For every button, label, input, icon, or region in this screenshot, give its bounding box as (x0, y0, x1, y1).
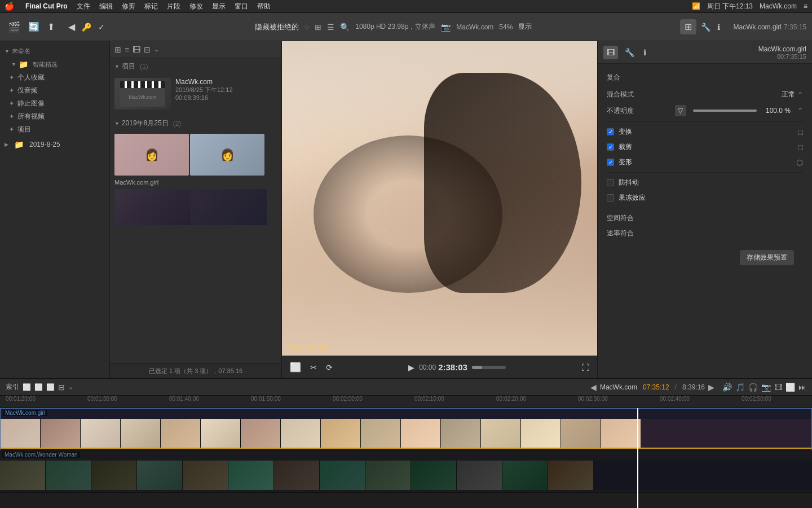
audio-waveform-icon[interactable]: 🔊 (722, 383, 732, 392)
preview-speed-btn[interactable]: ⟳ (324, 363, 335, 372)
frame-g14 (521, 419, 561, 448)
timeline-prev-btn[interactable]: ◀ (590, 383, 597, 392)
toolbar-inspector-toggle[interactable]: ⊞ (680, 19, 696, 34)
separator-2 (607, 172, 803, 173)
inspector-opacity-value[interactable]: 100.0 % (766, 107, 791, 115)
toolbar-filename: MacWk.com.girl (734, 23, 782, 31)
timeline-index-label[interactable]: 索引 (6, 382, 19, 392)
sidebar-smart-label: 智能精选 (33, 60, 58, 69)
headphone-icon[interactable]: 🎧 (748, 383, 758, 392)
menubar-menu-icon[interactable]: ≡ (804, 2, 807, 10)
menu-modify[interactable]: 修改 (189, 2, 203, 11)
toolbar-filter-title[interactable]: 隐藏被拒绝的 (255, 22, 299, 32)
stabilize-checkbox[interactable] (607, 179, 614, 186)
browser-sort-icon[interactable]: ⊟ (144, 45, 151, 54)
preview-play-btn[interactable]: ▶ (406, 363, 417, 372)
track-girl-content[interactable] (1, 419, 811, 448)
timeline-end-icon[interactable]: ⏭ (798, 383, 806, 392)
toolbar-sync-btn[interactable]: 🔄 (26, 19, 42, 34)
browser-section-date[interactable]: ▼ 2019年8月25日 (2) (110, 115, 281, 132)
sidebar-root[interactable]: ▼ 未命名 (0, 45, 109, 58)
browser-grid-icon[interactable]: ⊞ (114, 45, 121, 54)
clip-icon[interactable]: 🎞 (774, 383, 782, 392)
thumb-wide-l (114, 189, 191, 225)
opacity-chevron-icon[interactable]: ⌃ (797, 107, 803, 115)
chevron-down-small-icon[interactable]: ⌄ (68, 383, 73, 391)
toolbar-key-btn[interactable]: 🔑 (80, 20, 94, 34)
apple-menu[interactable]: 🍎 (5, 2, 14, 11)
menu-finalcut[interactable]: Final Cut Pro (25, 2, 68, 10)
video-cam-icon[interactable]: 📷 (761, 383, 771, 392)
menu-help[interactable]: 帮助 (257, 2, 271, 11)
distort-checkbox[interactable]: ✓ (607, 159, 614, 166)
toolbar-list-icon[interactable]: ☰ (327, 23, 334, 32)
sidebar-item-video[interactable]: ✦ 所有视频 (0, 110, 109, 123)
sidebar-item-images[interactable]: ✦ 静止图像 (0, 97, 109, 110)
inspector-info-icon[interactable]: ℹ (641, 46, 648, 59)
sidebar-label-audio: 仅音频 (17, 86, 38, 95)
browser-list-icon[interactable]: ≡ (125, 45, 129, 54)
track-wonder-content[interactable] (0, 461, 812, 490)
preview-video[interactable]: Reon Kurosaki (282, 41, 597, 356)
toolbar-badge-btn[interactable]: ⬆ (45, 19, 57, 34)
sidebar-label-video: 所有视频 (17, 112, 45, 121)
preview-transform-btn[interactable]: ✂ (308, 363, 319, 372)
chevron-up-icon[interactable]: ⌃ (797, 91, 803, 99)
thumb-girl2[interactable]: 👩 (190, 134, 264, 176)
inspector-filter-icon[interactable]: 🔧 (623, 46, 637, 59)
toolbar-library-btn[interactable]: 🎬 (6, 19, 23, 36)
sidebar-item-projects[interactable]: ✦ 项目 (0, 123, 109, 136)
save-effect-btn[interactable]: 存储效果预置 (740, 250, 794, 265)
toolbar-info-icon[interactable]: ℹ (715, 20, 722, 34)
sidebar-smart-group[interactable]: ▼ 📁 智能精选 (0, 58, 109, 71)
browser-thumbs-row1: 👩 👩 (110, 132, 281, 178)
toolbar-search-icon[interactable]: 🔍 (340, 23, 350, 32)
timeline-clip-icon2[interactable]: ⬜ (785, 383, 795, 392)
toolbar-back-btn[interactable]: ◀ (66, 19, 77, 34)
toolbar-check-btn[interactable]: ✓ (96, 20, 107, 34)
browser-chevron-icon[interactable]: ⌄ (154, 46, 159, 53)
menu-clip[interactable]: 片段 (167, 2, 180, 11)
thumb-wide[interactable] (114, 189, 267, 225)
project-date: 2019/8/25 下午12:12 (175, 86, 277, 94)
inspector-video-icon[interactable]: 🎞 (603, 46, 618, 59)
frame-g10 (361, 419, 400, 448)
menu-trim[interactable]: 修剪 (122, 2, 135, 11)
timeline-zoom-btn[interactable]: ⬜ (46, 383, 55, 391)
opacity-slider-icon[interactable]: ▽ (675, 105, 686, 116)
menu-display[interactable]: 显示 (212, 2, 226, 11)
timeline-track-btn[interactable]: ⬜ (34, 383, 43, 391)
freeze-checkbox[interactable] (607, 194, 614, 202)
menu-file[interactable]: 文件 (77, 2, 90, 11)
preview-view-toggle[interactable]: ⬜ (288, 362, 303, 373)
preview-controls: ⬜ ✂ ⟳ ▶ 00:00 2:38:03 ⛶ (282, 356, 597, 378)
timeline-next-btn[interactable]: ▶ (708, 383, 714, 392)
thumb-girl1[interactable]: 👩 (114, 134, 189, 176)
timeline-clip-btn[interactable]: ⬜ (23, 383, 31, 391)
preview-progress-bar[interactable] (472, 366, 506, 369)
inspector-blend-value[interactable]: 正常 (782, 90, 795, 99)
audio-icon-2[interactable]: 🎵 (735, 383, 745, 392)
track-highlight-line (1, 448, 811, 449)
toolbar-zoom-level[interactable]: 54% (499, 23, 513, 31)
timeline-layout-btn[interactable]: ⊟ (58, 383, 65, 392)
opacity-bar[interactable] (693, 110, 757, 112)
toolbar-filter-icon[interactable]: 🔧 (699, 20, 713, 34)
sidebar-item-personal[interactable]: ✦ 个人收藏 (0, 71, 109, 84)
sidebar-folder-2019[interactable]: ▶ 📁 2019-8-25 (0, 138, 109, 151)
menu-mark[interactable]: 标记 (144, 2, 158, 11)
browser-section-projects[interactable]: ▼ 项目 (1) (110, 58, 281, 75)
transform-checkbox[interactable]: ✓ (607, 128, 614, 135)
sidebar-item-audio[interactable]: ✦ 仅音频 (0, 84, 109, 97)
menu-edit[interactable]: 编辑 (99, 2, 113, 11)
toolbar-view-switcher-icon[interactable]: ⊞ (315, 23, 321, 32)
crop-checkbox[interactable]: ✓ (607, 143, 614, 151)
section2-label: 2019年8月25日 (122, 119, 169, 128)
browser-filmstrip-icon[interactable]: 🎞 (133, 45, 140, 54)
menu-window[interactable]: 窗口 (235, 2, 248, 11)
browser-project-item[interactable]: MacWk.com MacWk.com 2019/8/25 下午12:12 00… (110, 75, 281, 113)
inspector-transform-row: ✓ 变换 □ (598, 124, 812, 139)
toolbar-view-btn[interactable]: 显示 (518, 22, 532, 32)
inspector-composite-label: 复合 (607, 71, 803, 85)
preview-fullscreen-btn[interactable]: ⛶ (579, 363, 592, 372)
